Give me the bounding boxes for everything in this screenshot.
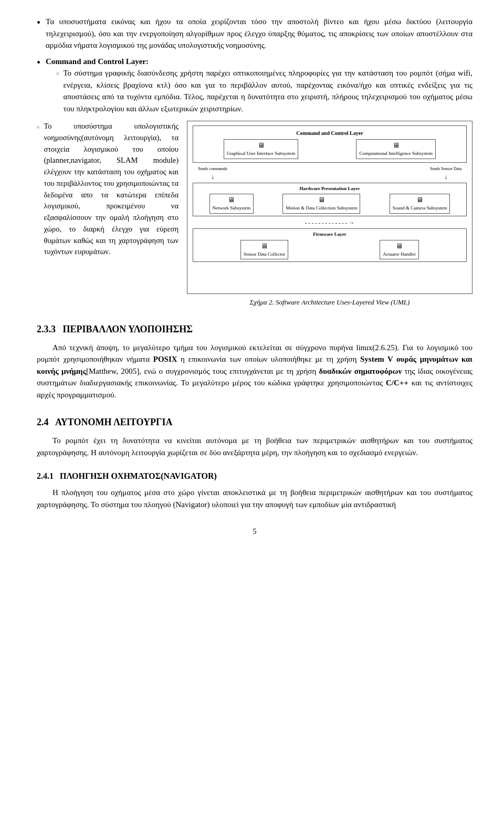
net-icon: 🖥 bbox=[213, 196, 251, 205]
net-label: Network Subsystem bbox=[213, 205, 251, 211]
bullet-item-ccl: • Command and Control Layer: ○ Το σύστημ… bbox=[37, 56, 472, 117]
bullet-char-left: ○ bbox=[37, 124, 39, 131]
gui-icon: 🖥 bbox=[227, 141, 295, 150]
gui-label: Graphical User Interface Subsystem bbox=[227, 151, 295, 156]
section-233-heading: 2.3.3 ΠΕΡΙΒΑΛΛΟΝ ΥΛΟΠΟΙΗΣΗΣ bbox=[37, 322, 472, 337]
dashed-arrow-fl: - - - - - - - - - - - - - → bbox=[305, 219, 354, 226]
sends-commands-arrow: Sends commands ↓ bbox=[198, 166, 227, 182]
section-233-num: 2.3.3 bbox=[37, 324, 56, 334]
section-24-heading: 2.4 ΑΥΤΟΝΟΜΗ ΛΕΙΤΟΥΡΓΙΑ bbox=[37, 415, 472, 429]
section-24-num: 2.4 bbox=[37, 417, 49, 427]
left-col-bullet: ○ Το υποσύστημα υπολογιστικής νοημοσύνης… bbox=[37, 121, 178, 258]
ccl-row: 🖥 Graphical User Interface Subsystem 🖥 C… bbox=[196, 139, 463, 159]
fl-layer-title: Firmware Layer bbox=[196, 231, 463, 238]
gui-box: 🖥 Graphical User Interface Subsystem bbox=[224, 139, 298, 159]
sdc-box: 🖥 Sensor Data Collector bbox=[240, 240, 288, 260]
down-arrow-1: ↓ bbox=[211, 172, 214, 182]
diagram-caption: Σχήμα 2. Software Architecture Uses-Laye… bbox=[250, 297, 410, 308]
sends-commands-label: Sends commands bbox=[198, 166, 227, 172]
bullet-char-sub: ○ bbox=[56, 70, 59, 78]
net-box: 🖥 Network Subsystem bbox=[209, 194, 254, 214]
para-1-text: Τα υποσυστήματα εικόνας και ήχου τα οποί… bbox=[46, 16, 472, 51]
section-241-heading: 2.4.1 ΠΛΟΗΓΗΣΗ ΟΧΗΜΑΤΟΣ(NAVIGATOR) bbox=[37, 470, 472, 482]
cis-icon: 🖥 bbox=[359, 141, 432, 150]
scs-box: 🖥 Sound & Camera Subsystem bbox=[390, 194, 450, 214]
sdc-icon: 🖥 bbox=[244, 242, 285, 251]
section-241-num: 2.4.1 bbox=[37, 471, 54, 480]
sdc-label: Sensor Data Collector bbox=[244, 251, 285, 257]
hpl-row: 🖥 Network Subsystem 🖥 Motion & Data Coll… bbox=[196, 194, 463, 214]
fl-row: 🖥 Sensor Data Collector 🖥 Actuator Handl… bbox=[196, 240, 463, 260]
mdc-icon: 🖥 bbox=[286, 196, 357, 205]
scs-icon: 🖥 bbox=[393, 196, 447, 205]
two-col-section: ○ Το υποσύστημα υπολογιστικής νοημοσύνης… bbox=[37, 121, 472, 308]
bullet-char-1: • bbox=[37, 15, 40, 30]
page-content: • Τα υποσυστήματα εικόνας και ήχου τα οπ… bbox=[37, 16, 472, 537]
ccl-sub-text: Το σύστημα γραφικής διασύνδεσης χρήστη π… bbox=[63, 67, 472, 114]
section-241-text: Η πλοήγηση του οχήματος μέσα στο χώρο γί… bbox=[37, 487, 472, 510]
ah-icon: 🖥 bbox=[383, 242, 416, 251]
left-col: ○ Το υποσύστημα υπολογιστικής νοημοσύνης… bbox=[37, 121, 178, 308]
para-1-content: Τα υποσυστήματα εικόνας και ήχου τα οποί… bbox=[46, 17, 472, 49]
mdc-label: Motion & Data Collection Subsystem bbox=[286, 205, 357, 211]
section-24-title: ΑΥΤΟΝΟΜΗ ΛΕΙΤΟΥΡΓΙΑ bbox=[55, 417, 172, 427]
bold-systemv: System V ουράς bbox=[360, 355, 416, 363]
ah-label: Actuator Handler bbox=[383, 251, 416, 257]
ah-box: 🖥 Actuator Handler bbox=[380, 240, 419, 260]
bold-cpp: C/C++ bbox=[386, 379, 408, 387]
section-241-title: ΠΛΟΗΓΗΣΗ ΟΧΗΜΑΤΟΣ(NAVIGATOR) bbox=[60, 471, 217, 480]
right-col-diagram: Command and Control Layer 🖥 Graphical Us… bbox=[187, 121, 472, 308]
hpl-layer-box: Hardware Presentation Layer 🖥 Network Su… bbox=[193, 183, 467, 216]
ccl-text-block: Command and Control Layer: ○ Το σύστημα … bbox=[46, 56, 472, 117]
ccl-heading: Command and Control Layer: bbox=[46, 57, 149, 66]
sends-sensor-data-arrow: Sends Sensor Data ↓ bbox=[430, 166, 461, 182]
section-233-text: Από τεχνική άποψη, το μεγαλύτερο τμήμα τ… bbox=[37, 342, 472, 401]
bold-posix: POSIX bbox=[153, 355, 177, 363]
ccl-layer-title: Command and Control Layer bbox=[196, 129, 463, 137]
section-24-text: Το ρομπότ έχει τη δυνατότητα να κινείται… bbox=[37, 435, 472, 458]
architecture-diagram: Command and Control Layer 🖥 Graphical Us… bbox=[187, 121, 472, 294]
bold-sima: δυαδικών σηματοφόρων bbox=[319, 367, 402, 375]
sends-sensor-label: Sends Sensor Data bbox=[430, 166, 461, 172]
ccl-sub-bullet: ○ Το σύστημα γραφικής διασύνδεσης χρήστη… bbox=[56, 67, 472, 114]
mdc-box: 🖥 Motion & Data Collection Subsystem bbox=[282, 194, 360, 214]
bullet-item-1: • Τα υποσυστήματα εικόνας και ήχου τα οπ… bbox=[37, 16, 472, 51]
fl-layer-box: Firmware Layer 🖥 Sensor Data Collector 🖥… bbox=[193, 228, 467, 262]
ccl-layer-box: Command and Control Layer 🖥 Graphical Us… bbox=[193, 125, 467, 163]
hpl-layer-title: Hardware Presentation Layer bbox=[196, 185, 463, 193]
scs-label: Sound & Camera Subsystem bbox=[393, 205, 447, 211]
arrow-area-hpl-fl: - - - - - - - - - - - - - → bbox=[193, 218, 467, 227]
cis-box: 🖥 Computational Intelligence Subsystem bbox=[356, 139, 435, 159]
section-233-title: ΠΕΡΙΒΑΛΛΟΝ ΥΛΟΠΟΙΗΣΗΣ bbox=[63, 324, 193, 334]
arrow-area-ccl-hpl: Sends commands ↓ Sends Sensor Data ↓ bbox=[193, 165, 467, 183]
bullet-char-ccl: • bbox=[37, 55, 40, 70]
left-col-text: Το υποσύστημα υπολογιστικής νοημοσύνης(α… bbox=[44, 121, 178, 258]
cis-label: Computational Intelligence Subsystem bbox=[359, 151, 432, 156]
page-number: 5 bbox=[37, 526, 472, 537]
down-arrow-2: ↓ bbox=[444, 172, 447, 182]
